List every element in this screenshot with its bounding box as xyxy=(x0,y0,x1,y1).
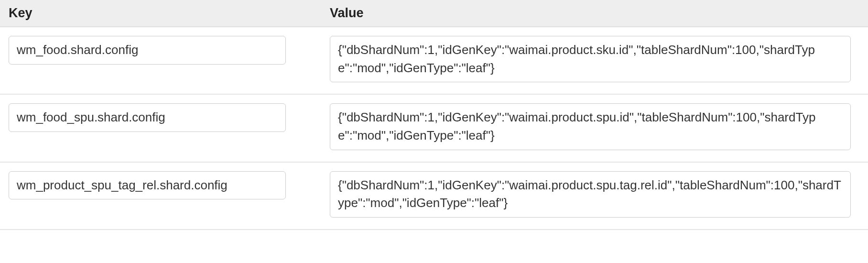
value-input[interactable]: {"dbShardNum":1,"idGenKey":"waimai.produ… xyxy=(330,171,851,218)
value-input[interactable]: {"dbShardNum":1,"idGenKey":"waimai.produ… xyxy=(330,36,851,82)
table-row: wm_food.shard.config {"dbShardNum":1,"id… xyxy=(0,27,868,95)
table-row: wm_product_spu_tag_rel.shard.config {"db… xyxy=(0,163,868,230)
key-input[interactable]: wm_food_spu.shard.config xyxy=(9,103,286,132)
key-input[interactable]: wm_product_spu_tag_rel.shard.config xyxy=(9,171,286,200)
value-input[interactable]: {"dbShardNum":1,"idGenKey":"waimai.produ… xyxy=(330,103,851,150)
table-header: Key Value xyxy=(0,0,868,27)
header-value: Value xyxy=(330,6,364,20)
header-key: Key xyxy=(9,6,33,20)
table-row: wm_food_spu.shard.config {"dbShardNum":1… xyxy=(0,95,868,162)
key-input[interactable]: wm_food.shard.config xyxy=(9,36,286,65)
